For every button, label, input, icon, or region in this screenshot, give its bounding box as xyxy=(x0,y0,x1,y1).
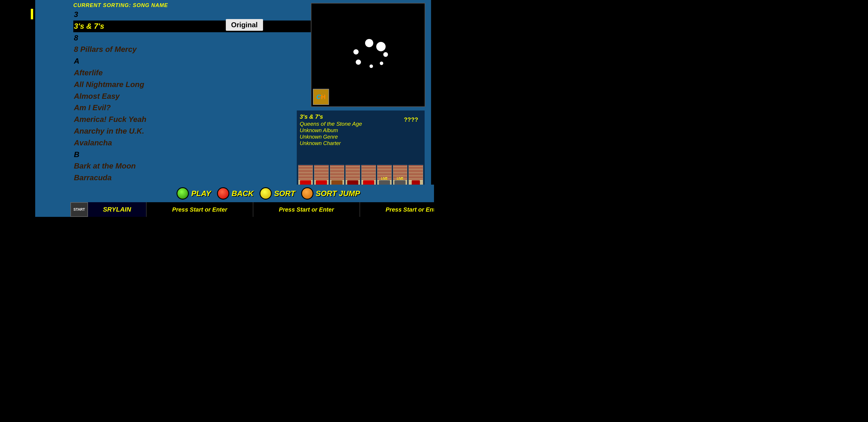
back-button-label[interactable]: Back xyxy=(232,189,254,198)
info-rating: ???? xyxy=(404,116,418,123)
live-label-2: LIVE xyxy=(397,177,403,180)
left-border xyxy=(0,0,35,217)
back-button-group[interactable]: Back xyxy=(217,187,254,200)
info-charter: Unknown Charter xyxy=(300,140,422,147)
sort-header: Current Sorting: Song Name xyxy=(73,2,168,8)
info-artist: Queens of the Stone Age xyxy=(300,121,422,127)
info-panel: 3's & 7's ???? Queens of the Stone Age U… xyxy=(296,110,425,193)
press-start-3: Press Start or Enter xyxy=(360,202,434,217)
press-start-1: Press Start or Enter xyxy=(147,202,253,217)
song-item-a[interactable]: A xyxy=(73,55,329,67)
tooltip: Original xyxy=(226,19,263,31)
back-button-circle[interactable] xyxy=(217,187,229,200)
sort-button-label[interactable]: Sort xyxy=(274,189,295,198)
selected-indicator xyxy=(31,9,33,19)
song-item-barkoon[interactable]: Bark at the Moon xyxy=(73,160,329,172)
song-item-8[interactable]: 8 xyxy=(73,32,329,44)
song-item-anarchy[interactable]: Anarchy in the U.K. xyxy=(73,125,329,137)
song-item-almosteasy[interactable]: Almost Easy xyxy=(73,91,329,102)
ch-icon: CH xyxy=(313,89,329,105)
live-label-1: LIVE xyxy=(381,177,388,180)
info-album: Unknown Album xyxy=(300,128,422,134)
play-button-group[interactable]: Play xyxy=(177,187,211,200)
press-start-2: Press Start or Enter xyxy=(253,202,360,217)
sort-button-circle[interactable] xyxy=(259,187,272,200)
play-button-circle[interactable] xyxy=(177,187,189,200)
sort-jump-button-label[interactable]: Sort Jump xyxy=(316,189,360,198)
player-name: SRYLAIN xyxy=(88,202,147,217)
info-song-title: 3's & 7's xyxy=(300,113,422,120)
sort-jump-button-group[interactable]: Sort Jump xyxy=(301,187,360,200)
preview-area: CH xyxy=(311,3,425,107)
song-item-b[interactable]: B xyxy=(73,149,329,161)
start-button[interactable]: START xyxy=(70,202,88,217)
sort-jump-button-circle[interactable] xyxy=(301,187,313,200)
sort-button-group[interactable]: Sort xyxy=(259,187,295,200)
main-area: Current Sorting: Song Name 33's & 7's88 … xyxy=(35,0,431,217)
song-item-8pillars[interactable]: 8 Pillars of Mercy xyxy=(73,44,329,55)
song-item-barracuda[interactable]: Barracuda xyxy=(73,172,329,184)
song-item-3[interactable]: 3 xyxy=(73,9,329,21)
info-genre: Unknown Genre xyxy=(300,134,422,140)
play-button-label[interactable]: Play xyxy=(191,189,211,198)
song-item-allnightmare[interactable]: All Nightmare Long xyxy=(73,79,329,91)
button-bar: Play Back Sort Sort Jump xyxy=(70,185,434,202)
song-item-afterlife[interactable]: Afterlife xyxy=(73,67,329,79)
song-list[interactable]: 33's & 7's88 Pillars of MercyAAfterlifeA… xyxy=(73,9,329,191)
song-item-america[interactable]: America! Fuck Yeah xyxy=(73,114,329,125)
status-bar: START SRYLAIN Press Start or Enter Press… xyxy=(70,202,434,217)
song-item-3s7s[interactable]: 3's & 7's xyxy=(73,21,329,32)
song-item-avalancha[interactable]: Avalancha xyxy=(73,137,329,149)
song-item-amievil[interactable]: Am I Evil? xyxy=(73,102,329,114)
right-border xyxy=(431,0,434,217)
